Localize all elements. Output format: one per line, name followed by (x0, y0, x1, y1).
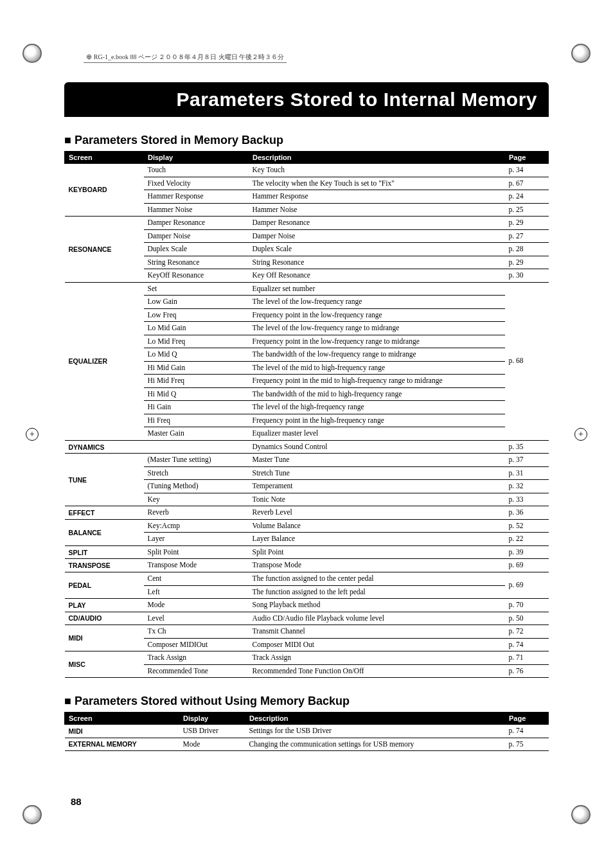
description-cell: Duplex Scale (249, 243, 505, 256)
screen-cell: PLAY (65, 599, 144, 612)
display-cell: Key (144, 493, 249, 506)
display-cell: Hi Mid Gain (144, 361, 249, 375)
page-cell: p. 24 (505, 190, 549, 204)
description-cell: Master Tune (249, 454, 505, 467)
description-cell: Key Touch (249, 164, 505, 177)
display-cell: Damper Resonance (144, 217, 249, 230)
table-row: MIDITx ChTransmit Channelp. 72 (65, 625, 549, 639)
screen-cell: TUNE (65, 454, 144, 506)
page-cell: p. 74 (505, 638, 549, 651)
display-cell: Composer MIDIOut (144, 638, 249, 651)
description-cell: Reverb Level (249, 506, 505, 520)
parameters-no-backup-table: Screen Display Description Page MIDIUSB … (64, 712, 549, 751)
section-heading-backup: Parameters Stored in Memory Backup (64, 134, 549, 147)
table-row: TUNE(Master Tune setting)Master Tunep. 3… (65, 454, 549, 467)
table-row: TRANSPOSETranspose ModeTranspose Modep. … (65, 559, 549, 572)
table-row: KEYBOARDTouchKey Touchp. 34 (65, 164, 549, 177)
print-corner-icon (571, 44, 591, 63)
display-cell: Low Freq (144, 308, 249, 322)
display-cell: Hi Mid Q (144, 387, 249, 401)
description-cell: Layer Balance (249, 533, 505, 546)
display-cell: Transpose Mode (144, 559, 249, 572)
description-cell: The bandwidth of the low-frequency range… (249, 348, 505, 362)
parameters-backup-table: Screen Display Description Page KEYBOARD… (64, 151, 549, 678)
registration-mark-icon (26, 428, 39, 441)
page-cell: p. 76 (505, 664, 549, 678)
display-cell: Hi Gain (144, 401, 249, 414)
table-row: EQUALIZERSetEqualizer set numberp. 68 (65, 282, 549, 296)
screen-cell: SPLIT (65, 545, 144, 559)
description-cell: The level of the high-frequency range (249, 401, 505, 414)
page-cell: p. 69 (505, 572, 549, 598)
description-cell: Transpose Mode (249, 559, 505, 572)
display-cell: String Resonance (144, 256, 249, 269)
description-cell: Frequency point in the mid to high-frequ… (249, 375, 505, 388)
description-cell: Recommended Tone Function On/Off (249, 664, 505, 678)
display-cell: Key:Acmp (144, 519, 249, 533)
display-cell: Layer (144, 533, 249, 546)
page-cell: p. 31 (505, 466, 549, 480)
description-cell: Song Playback method (249, 599, 505, 612)
page-cell: p. 30 (505, 269, 549, 283)
description-cell: Damper Resonance (249, 217, 505, 230)
col-display-header: Display (144, 152, 249, 164)
description-cell: The function assigned to the left pedal (249, 585, 505, 599)
description-cell: Temperament (249, 480, 505, 493)
description-cell: Hammer Noise (249, 203, 505, 217)
display-cell: Touch (144, 164, 249, 177)
description-cell: Key Off Resonance (249, 269, 505, 283)
display-cell: Set (144, 282, 249, 296)
description-cell: Frequency point in the low-frequency ran… (249, 308, 505, 322)
col-page-header: Page (505, 152, 549, 164)
screen-cell: MIDI (65, 725, 179, 738)
display-cell: Damper Noise (144, 229, 249, 243)
description-cell: Track Assign (249, 651, 505, 665)
description-cell: Changing the communication settings for … (245, 738, 505, 751)
display-cell: Hi Mid Freq (144, 375, 249, 388)
description-cell: Composer MIDI Out (249, 638, 505, 651)
display-cell: Low Gain (144, 296, 249, 309)
display-cell: USB Driver (179, 725, 245, 738)
page-cell: p. 28 (505, 243, 549, 256)
description-cell: The level of the mid to high-frequency r… (249, 361, 505, 375)
page-cell: p. 34 (505, 164, 549, 177)
page-cell: p. 50 (505, 612, 549, 625)
display-cell: (Master Tune setting) (144, 454, 249, 467)
display-cell: Tx Ch (144, 625, 249, 639)
description-cell: Damper Noise (249, 229, 505, 243)
description-cell: Hammer Response (249, 190, 505, 204)
description-cell: Split Point (249, 545, 505, 559)
description-cell: The bandwidth of the mid to high-frequen… (249, 387, 505, 401)
screen-cell: TRANSPOSE (65, 559, 144, 572)
display-cell: Fixed Velocity (144, 177, 249, 190)
section-heading-no-backup: Parameters Stored without Using Memory B… (64, 695, 549, 708)
table-row: EXTERNAL MEMORYModeChanging the communic… (65, 738, 549, 751)
screen-cell: KEYBOARD (65, 164, 144, 217)
col-screen-header: Screen (65, 713, 179, 725)
page-cell: p. 74 (505, 725, 549, 738)
print-corner-icon (22, 44, 42, 63)
print-corner-icon (571, 805, 591, 824)
screen-cell: BALANCE (65, 519, 144, 545)
table-row: EFFECTReverbReverb Levelp. 36 (65, 506, 549, 520)
page-number: 88 (71, 796, 82, 807)
description-cell: Frequency point in the high-frequency ra… (249, 414, 505, 427)
description-cell: String Resonance (249, 256, 505, 269)
registration-mark-icon (574, 428, 587, 441)
display-cell: Reverb (144, 506, 249, 520)
display-cell: Level (144, 612, 249, 625)
page: RG-1_e.book 88 ページ ２００８年４月８日 火曜日 午後２時３６分… (0, 0, 613, 868)
page-cell: p. 33 (505, 493, 549, 506)
table-row: CD/AUDIOLevelAudio CD/Audio file Playbac… (65, 612, 549, 625)
col-description-header: Description (249, 152, 505, 164)
display-cell: (Tuning Method) (144, 480, 249, 493)
page-cell: p. 67 (505, 177, 549, 190)
display-cell: Lo Mid Gain (144, 322, 249, 335)
display-cell: Hammer Noise (144, 203, 249, 217)
page-cell: p. 68 (505, 282, 549, 440)
screen-cell: CD/AUDIO (65, 612, 144, 625)
page-cell: p. 52 (505, 519, 549, 533)
description-cell: The function assigned to the center peda… (249, 572, 505, 585)
table-row: PEDALCentThe function assigned to the ce… (65, 572, 549, 585)
page-cell: p. 27 (505, 229, 549, 243)
